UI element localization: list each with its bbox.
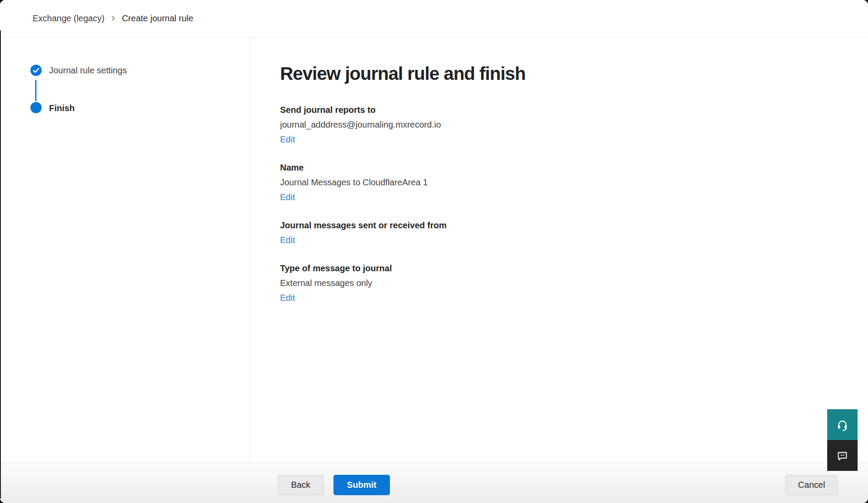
cancel-button[interactable]: Cancel bbox=[785, 475, 838, 495]
floating-button-stack bbox=[827, 409, 858, 471]
page-title: Review journal rule and finish bbox=[280, 62, 868, 85]
edit-journal-messages-link[interactable]: Edit bbox=[280, 233, 295, 247]
edit-send-journal-reports-link[interactable]: Edit bbox=[280, 132, 295, 147]
feedback-button[interactable] bbox=[827, 440, 858, 471]
edit-type-of-message-link[interactable]: Edit bbox=[280, 290, 295, 305]
wizard-step-journal-rule-settings[interactable]: Journal rule settings bbox=[49, 65, 127, 76]
section-label: Type of message to journal bbox=[280, 261, 868, 276]
wizard-stepper: Journal rule settings Finish bbox=[0, 38, 250, 463]
window-left-edge bbox=[0, 30, 1, 499]
section-value: journal_adddress@journaling.mxrecord.io bbox=[280, 117, 868, 132]
section-label: Name bbox=[280, 160, 868, 175]
check-circle-icon bbox=[30, 64, 42, 76]
section-type-of-message: Type of message to journal External mess… bbox=[280, 261, 868, 305]
breadcrumb: Exchange (legacy) › Create journal rule bbox=[0, 0, 868, 37]
section-send-journal-reports-to: Send journal reports to journal_adddress… bbox=[280, 102, 868, 147]
section-name: Name Journal Messages to CloudflareArea … bbox=[280, 160, 868, 204]
edit-name-link[interactable]: Edit bbox=[280, 190, 295, 204]
content-area: Journal rule settings Finish Review jour… bbox=[0, 38, 868, 463]
breadcrumb-item-exchange-legacy[interactable]: Exchange (legacy) bbox=[33, 13, 105, 23]
back-button[interactable]: Back bbox=[277, 475, 324, 495]
section-label: Journal messages sent or received from bbox=[280, 218, 868, 233]
wizard-step-finish[interactable]: Finish bbox=[49, 102, 75, 114]
step-connector-line bbox=[35, 80, 36, 101]
section-label: Send journal reports to bbox=[280, 102, 868, 117]
breadcrumb-item-create-journal-rule: Create journal rule bbox=[122, 13, 194, 23]
review-pane: Review journal rule and finish Send jour… bbox=[250, 38, 868, 463]
section-value: External messages only bbox=[280, 276, 868, 290]
app-window: Exchange (legacy) › Create journal rule … bbox=[0, 0, 868, 503]
headset-icon bbox=[836, 418, 849, 431]
chat-icon bbox=[836, 449, 849, 462]
step-current-icon bbox=[30, 102, 42, 113]
section-journal-messages-sent-or-received: Journal messages sent or received from E… bbox=[280, 218, 868, 247]
section-value: Journal Messages to CloudflareArea 1 bbox=[280, 175, 868, 190]
review-sections: Send journal reports to journal_adddress… bbox=[280, 102, 868, 305]
chevron-right-icon: › bbox=[112, 13, 115, 23]
footer-action-bar: Back Submit Cancel bbox=[0, 463, 868, 503]
step-completed-icon bbox=[30, 64, 42, 76]
submit-button[interactable]: Submit bbox=[333, 475, 390, 495]
help-button[interactable] bbox=[827, 409, 858, 440]
